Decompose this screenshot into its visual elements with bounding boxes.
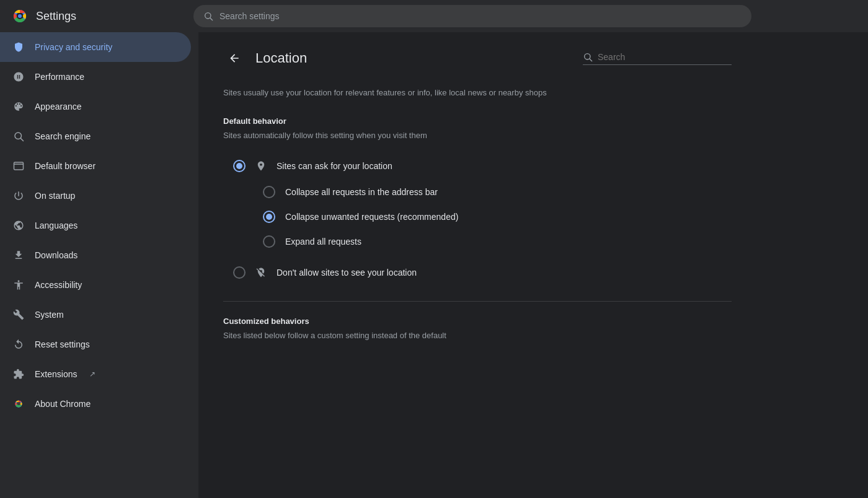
globe-icon	[12, 219, 25, 232]
sidebar: Privacy and security Performance Appeara…	[0, 32, 198, 498]
content-inner: Location Sites usually use your location…	[198, 32, 756, 367]
radio-collapse-unwanted-indicator	[263, 211, 275, 223]
startup-icon	[12, 190, 25, 202]
nested-option-collapse-unwanted[interactable]: Collapse unwanted requests (recommended)	[255, 204, 732, 229]
default-browser-icon	[12, 160, 25, 172]
radio-ask-location-indicator	[233, 160, 246, 172]
radio-option-dont-allow[interactable]: Don't allow sites to see your location	[223, 259, 732, 286]
top-search-input[interactable]	[219, 11, 742, 21]
extensions-icon	[12, 368, 25, 380]
nested-option-collapse-all[interactable]: Collapse all requests in the address bar	[255, 180, 732, 204]
section-divider	[223, 301, 732, 302]
radio-label-collapse-all: Collapse all requests in the address bar	[285, 187, 438, 197]
radio-label-ask-location: Sites can ask for your location	[277, 161, 392, 171]
sidebar-label-reset-settings: Reset settings	[35, 339, 90, 349]
sidebar-label-extensions: Extensions	[35, 369, 77, 379]
search-icon	[203, 11, 213, 21]
radio-label-collapse-unwanted: Collapse unwanted requests (recommended)	[285, 212, 458, 222]
customized-sub: Sites listed below follow a custom setti…	[223, 331, 732, 340]
content-search-icon	[583, 52, 593, 62]
logo-area: Settings	[10, 6, 184, 26]
location-description: Sites usually use your location for rele…	[223, 87, 732, 99]
sidebar-label-appearance: Appearance	[35, 102, 82, 111]
radio-expand-all-indicator	[263, 235, 275, 248]
sidebar-item-extensions[interactable]: Extensions ↗	[0, 359, 191, 389]
main-layout: Privacy and security Performance Appeara…	[0, 32, 868, 498]
content-search-input[interactable]	[598, 52, 722, 62]
top-search-bar[interactable]	[193, 5, 751, 27]
sidebar-label-system: System	[35, 310, 64, 320]
content-area: Location Sites usually use your location…	[198, 32, 868, 498]
default-behavior-heading: Default behavior	[223, 116, 732, 126]
sidebar-item-privacy-security[interactable]: Privacy and security	[0, 32, 191, 62]
location-pin-icon	[255, 160, 267, 172]
svg-point-3	[18, 14, 22, 18]
external-link-icon: ↗	[89, 370, 95, 378]
sidebar-label-accessibility: Accessibility	[35, 280, 82, 290]
content-header: Location	[223, 47, 732, 69]
radio-option-ask-location[interactable]: Sites can ask for your location	[223, 152, 732, 180]
sidebar-item-reset-settings[interactable]: Reset settings	[0, 330, 191, 359]
svg-point-12	[17, 403, 20, 406]
sidebar-item-default-browser[interactable]: Default browser	[0, 151, 191, 181]
sidebar-label-privacy-security: Privacy and security	[35, 42, 112, 52]
svg-line-14	[590, 59, 592, 61]
location-off-icon	[255, 267, 267, 278]
svg-rect-8	[14, 162, 24, 170]
default-behavior-section: Default behavior Sites automatically fol…	[223, 116, 732, 286]
sidebar-label-on-startup: On startup	[35, 191, 75, 201]
customized-section: Customized behaviors Sites listed below …	[223, 317, 732, 340]
customized-heading: Customized behaviors	[223, 317, 732, 326]
radio-collapse-all-indicator	[263, 186, 275, 198]
about-chrome-icon	[12, 398, 25, 410]
svg-line-5	[210, 18, 213, 20]
reset-icon	[12, 338, 25, 351]
performance-icon	[12, 71, 25, 83]
sidebar-item-appearance[interactable]: Appearance	[0, 92, 191, 121]
sidebar-item-downloads[interactable]: Downloads	[0, 240, 191, 270]
sidebar-item-on-startup[interactable]: On startup	[0, 181, 191, 211]
sidebar-label-languages: Languages	[35, 221, 78, 230]
shield-icon	[12, 41, 25, 53]
top-bar: Settings	[0, 0, 868, 32]
app-title: Settings	[36, 10, 76, 23]
sidebar-item-languages[interactable]: Languages	[0, 211, 191, 240]
radio-label-dont-allow: Don't allow sites to see your location	[277, 268, 417, 277]
appearance-icon	[12, 100, 25, 113]
nested-options-group: Collapse all requests in the address bar…	[255, 180, 732, 254]
chrome-logo-icon	[10, 6, 30, 26]
back-button[interactable]	[223, 47, 246, 69]
sidebar-item-search-engine[interactable]: Search engine	[0, 121, 191, 151]
sidebar-item-about-chrome[interactable]: About Chrome	[0, 389, 191, 419]
sidebar-label-performance: Performance	[35, 72, 84, 82]
svg-line-7	[20, 138, 23, 141]
sidebar-item-accessibility[interactable]: Accessibility	[0, 270, 191, 300]
sidebar-item-performance[interactable]: Performance	[0, 62, 191, 92]
sidebar-item-system[interactable]: System	[0, 300, 191, 330]
search-engine-icon	[12, 130, 25, 142]
radio-label-expand-all: Expand all requests	[285, 237, 361, 247]
sidebar-label-about-chrome: About Chrome	[35, 399, 91, 409]
nested-option-expand-all[interactable]: Expand all requests	[255, 229, 732, 254]
sidebar-label-search-engine: Search engine	[35, 131, 91, 141]
download-icon	[12, 249, 25, 261]
default-behavior-sub: Sites automatically follow this setting …	[223, 131, 732, 140]
radio-dont-allow-indicator	[233, 266, 246, 279]
header-left: Location	[223, 47, 307, 69]
accessibility-icon	[12, 279, 25, 291]
page-title: Location	[255, 50, 307, 66]
system-icon	[12, 308, 25, 321]
content-search-bar[interactable]	[583, 52, 732, 65]
sidebar-label-downloads: Downloads	[35, 250, 78, 260]
sidebar-label-default-browser: Default browser	[35, 161, 95, 171]
